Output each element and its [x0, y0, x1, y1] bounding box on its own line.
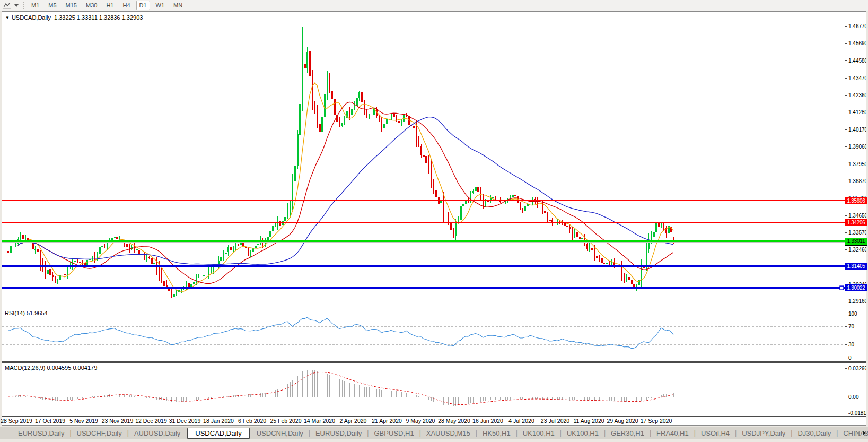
date-label: 29 Aug 2020	[607, 418, 638, 424]
date-label: 11 Aug 2020	[573, 418, 604, 424]
date-axis[interactable]: 28 Sep 201917 Oct 20195 Nov 201923 Nov 2…	[2, 417, 866, 425]
date-label: 25 Feb 2020	[270, 418, 302, 424]
price-tick: 1.40170	[848, 127, 866, 133]
timeframe-button-m5[interactable]: M5	[45, 1, 59, 10]
price-tick: 1.42360	[848, 92, 866, 98]
ma-56-line	[18, 117, 673, 265]
tabs-scroll-left-icon[interactable]	[857, 431, 860, 435]
chart-tab-audusd-daily[interactable]: AUDUSD,Daily	[129, 428, 186, 438]
price-tag-1.31405[interactable]: 1.31405	[845, 263, 867, 270]
price-tick: 1.41280	[848, 109, 866, 115]
date-label: 23 Jul 2020	[541, 418, 569, 424]
price-tick: 1.36870	[848, 178, 866, 184]
toolbar-grip-icon[interactable]	[23, 2, 24, 9]
rsi-line	[8, 317, 673, 349]
ma-7-line	[18, 83, 673, 291]
price-tag-1.34206[interactable]: 1.34206	[845, 219, 867, 226]
tabs-scroll-controls	[857, 428, 866, 438]
price-tick: 1.29160	[848, 298, 866, 304]
price-tag-1.33011[interactable]: 1.33011	[845, 238, 867, 245]
timeframe-toolbar: M1M5M15M30H1H4D1W1MN	[0, 0, 868, 11]
rsi-tick: 70	[848, 324, 855, 330]
price-chart-canvas[interactable]: 1.467701.456901.445801.434701.423601.412…	[2, 12, 866, 307]
rsi-pane[interactable]: RSI(14) 51.9654 10070300	[2, 308, 866, 362]
date-label: 6 Feb 2020	[238, 418, 266, 424]
rsi-tick: 100	[848, 311, 857, 317]
chart-tool-icon[interactable]	[3, 2, 12, 9]
chart-tool-dropdown-icon[interactable]	[14, 4, 19, 7]
chart-tab-eurusd-daily[interactable]: EURUSD,Daily	[13, 428, 69, 438]
price-tick: 1.33570	[848, 230, 866, 236]
rsi-tick: 30	[848, 342, 855, 348]
chart-tab-usoil-h4[interactable]: USOil,H4	[696, 428, 735, 438]
main-price-pane[interactable]: ▼USDCAD,Daily 1.33225 1.33311 1.32836 1.…	[2, 12, 866, 307]
timeframe-button-d1[interactable]: D1	[136, 1, 150, 10]
price-tag-1.30022[interactable]: 1.30022	[845, 284, 867, 291]
date-label: 5 Nov 2019	[69, 418, 98, 424]
macd-pane[interactable]: MACD(12,26,9) 0.004595 0.004179 0.032972…	[2, 362, 866, 417]
price-tick: 1.43470	[848, 75, 866, 81]
chart-ohlc-values: 1.33225 1.33311 1.32836 1.32903	[54, 14, 143, 21]
date-label: 4 Jul 2020	[508, 418, 534, 424]
chart-tab-usdchf-daily[interactable]: USDCHF,Daily	[72, 428, 127, 438]
chart-tab-gbpusd-h1[interactable]: GBPUSD,H1	[369, 428, 419, 438]
price-tick: 1.32460	[848, 247, 866, 253]
chart-title[interactable]: ▼USDCAD,Daily 1.33225 1.33311 1.32836 1.…	[5, 14, 143, 21]
date-label: 2 Apr 2020	[340, 418, 367, 424]
timeframe-button-mn[interactable]: MN	[170, 1, 186, 10]
date-label: 14 Mar 2020	[304, 418, 335, 424]
date-label: 31 Dec 2019	[169, 418, 201, 424]
chart-window: ▼USDCAD,Daily 1.33225 1.33311 1.32836 1.…	[2, 11, 866, 426]
chart-tab-eurusd-daily[interactable]: EURUSD,Daily	[310, 428, 367, 438]
chart-tab-dj30-daily[interactable]: DJ30,Daily	[792, 428, 836, 438]
date-label: 23 Nov 2019	[102, 418, 134, 424]
chart-tab-uk100-h1[interactable]: UK100,H1	[562, 428, 604, 438]
price-tag-1.35606[interactable]: 1.35606	[845, 197, 867, 204]
price-tick: 1.45690	[848, 40, 866, 46]
date-label: 28 Sep 2019	[1, 418, 32, 424]
date-label: 21 Apr 2020	[372, 418, 402, 424]
timeframe-button-h4[interactable]: H4	[119, 1, 133, 10]
macd-canvas[interactable]: 0.0329720.00-0.01815	[2, 363, 866, 416]
timeframe-button-m30[interactable]: M30	[83, 1, 100, 10]
price-tick: 1.37950	[848, 161, 866, 167]
chart-tab-usdjpy-daily[interactable]: USDJPY,Daily	[737, 428, 791, 438]
status-bar	[0, 439, 868, 442]
chart-tab-xauusd-m15[interactable]: XAUUSD,M15	[421, 428, 476, 438]
price-tick: 1.44580	[848, 58, 866, 64]
chart-tab-bar: EURUSD,Daily|USDCHF,Daily|AUDUSD,DailyUS…	[0, 427, 868, 439]
macd-tick: -0.01815	[848, 410, 866, 416]
chart-dropdown-icon[interactable]: ▼	[5, 15, 10, 20]
date-label: 17 Sep 2020	[641, 418, 672, 424]
date-label: 28 May 2020	[438, 418, 470, 424]
chart-tab-usdcnh-daily[interactable]: USDCNH,Daily	[251, 428, 309, 438]
price-tick: 1.39060	[848, 144, 866, 150]
macd-tick: 0.032972	[848, 366, 866, 371]
timeframe-button-w1[interactable]: W1	[153, 1, 168, 10]
chart-tab-ger30-h1[interactable]: GER30,H1	[606, 428, 650, 438]
chart-tab-uk100-h1[interactable]: UK100,H1	[518, 428, 560, 438]
timeframe-button-m15[interactable]: M15	[63, 1, 80, 10]
chart-tab-hk50-h1[interactable]: HK50,H1	[477, 428, 516, 438]
price-tick: 1.34650	[848, 213, 866, 219]
rsi-label: RSI(14) 51.9654	[5, 310, 48, 316]
ma-21-line	[18, 102, 673, 283]
date-label: 16 Jun 2020	[472, 418, 503, 424]
macd-label: MACD(12,26,9) 0.004595 0.004179	[5, 365, 97, 371]
date-label: 12 Dec 2019	[135, 418, 167, 424]
macd-tick: 0.00	[848, 394, 859, 400]
timeframe-button-h1[interactable]: H1	[103, 1, 117, 10]
rsi-tick: 0	[848, 355, 852, 361]
chart-tab-fra40-h1[interactable]: FRA40,H1	[651, 428, 694, 438]
date-label: 17 Oct 2019	[35, 418, 65, 424]
rsi-canvas[interactable]: 10070300	[2, 308, 866, 361]
chart-symbol-label: USDCAD,Daily	[12, 14, 51, 21]
timeframe-button-m1[interactable]: M1	[28, 1, 42, 10]
price-tick: 1.46770	[848, 23, 866, 29]
chart-tab-usdcad-daily[interactable]: USDCAD,Daily	[187, 428, 249, 439]
macd-signal-line	[8, 372, 673, 405]
hline-endpoint-marker	[840, 286, 844, 290]
tabs-scroll-right-icon[interactable]	[863, 431, 866, 435]
date-label: 18 Jan 2020	[203, 418, 234, 424]
date-label: 9 May 2020	[406, 418, 435, 424]
